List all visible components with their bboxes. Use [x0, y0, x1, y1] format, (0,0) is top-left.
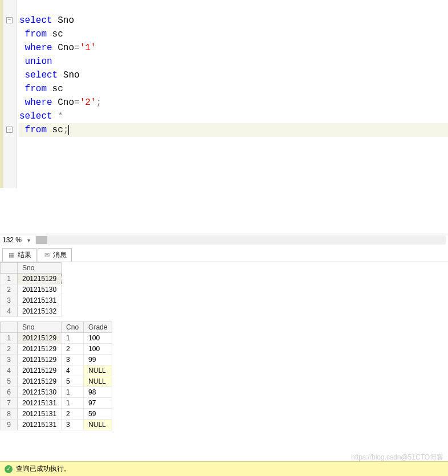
status-bar: ✓ 查询已成功执行。	[0, 461, 448, 476]
table-cell[interactable]: NULL	[84, 365, 112, 376]
column-header[interactable]: Grade	[84, 322, 112, 333]
zoom-toolbar: 132 % ▾	[0, 234, 448, 246]
table-cell[interactable]: 201215130	[18, 387, 62, 398]
code-line[interactable]: from sc;	[19, 123, 448, 137]
table-row[interactable]: 92012151313NULL	[1, 420, 112, 430]
table-cell[interactable]: 201215131	[18, 409, 62, 420]
table-cell[interactable]: 99	[84, 355, 112, 365]
row-number[interactable]: 7	[1, 398, 18, 409]
grid-icon: ▦	[7, 251, 15, 259]
table-row[interactable]: 1201215129	[1, 274, 62, 284]
sql-editor[interactable]: −− select Sno from sc where Cno='1' unio…	[0, 0, 448, 188]
row-number[interactable]: 2	[1, 344, 18, 355]
table-cell[interactable]: 5	[62, 376, 84, 387]
row-number[interactable]: 3	[1, 295, 18, 306]
zoom-level[interactable]: 132 %	[2, 236, 22, 244]
tab-messages[interactable]: ✉ 消息	[38, 248, 72, 262]
row-number[interactable]: 8	[1, 409, 18, 420]
table-cell[interactable]: 98	[84, 387, 112, 398]
row-number[interactable]: 2	[1, 284, 18, 295]
editor-gutter: −−	[0, 0, 17, 188]
horizontal-scrollbar[interactable]	[35, 235, 446, 245]
table-row[interactable]: 12012151291100	[1, 333, 112, 344]
code-line[interactable]: from sc	[19, 82, 448, 96]
fold-toggle[interactable]: −	[6, 17, 13, 23]
results-tabs: ▦ 结果 ✉ 消息	[0, 246, 448, 262]
table-cell[interactable]: 201215130	[18, 284, 62, 295]
status-text: 查询已成功执行。	[16, 464, 71, 474]
table-cell[interactable]: 2	[62, 344, 84, 355]
table-row[interactable]: 3201215131	[1, 295, 62, 306]
table-cell[interactable]: 1	[62, 398, 84, 409]
row-number[interactable]: 3	[1, 355, 18, 365]
row-number[interactable]: 1	[1, 274, 18, 284]
table-cell[interactable]: 201215132	[18, 306, 62, 317]
code-area[interactable]: select Sno from sc where Cno='1' union s…	[17, 0, 448, 188]
code-line[interactable]: where Cno='1'	[19, 41, 448, 55]
tab-results[interactable]: ▦ 结果	[2, 248, 36, 262]
row-number[interactable]: 6	[1, 387, 18, 398]
table-cell[interactable]: 201215129	[18, 376, 62, 387]
table-cell[interactable]: 2	[62, 409, 84, 420]
table-cell[interactable]: NULL	[84, 376, 112, 387]
table-cell[interactable]: 3	[62, 420, 84, 430]
table-cell[interactable]: 201215129	[18, 355, 62, 365]
code-line[interactable]: from sc	[19, 27, 448, 41]
table-row[interactable]: 6201215130198	[1, 387, 112, 398]
tab-label: 结果	[18, 250, 31, 260]
table-cell[interactable]: 1	[62, 333, 84, 344]
table-row[interactable]: 42012151294NULL	[1, 365, 112, 376]
messages-icon: ✉	[43, 251, 51, 259]
table-row[interactable]: 2201215130	[1, 284, 62, 295]
table-cell[interactable]: 201215129	[18, 333, 62, 344]
table-cell[interactable]: 3	[62, 355, 84, 365]
table-row[interactable]: 8201215131259	[1, 409, 112, 420]
row-number[interactable]: 1	[1, 333, 18, 344]
table-row[interactable]: 7201215131197	[1, 398, 112, 409]
code-line[interactable]: union	[19, 55, 448, 68]
column-header[interactable]: Cno	[62, 322, 84, 333]
row-number[interactable]: 5	[1, 376, 18, 387]
table-cell[interactable]: 201215129	[18, 344, 62, 355]
column-header[interactable]: Sno	[18, 322, 62, 333]
results-grid-1[interactable]: Sno1201215129220121513032012151314201215…	[0, 262, 448, 317]
table-cell[interactable]: 100	[84, 333, 112, 344]
table-cell[interactable]: 4	[62, 365, 84, 376]
row-number[interactable]: 4	[1, 306, 18, 317]
row-number[interactable]: 9	[1, 420, 18, 430]
table-cell[interactable]: 201215131	[18, 295, 62, 306]
code-line[interactable]: where Cno='2';	[19, 96, 448, 109]
table-row[interactable]: 4201215132	[1, 306, 62, 317]
fold-toggle[interactable]: −	[6, 127, 13, 133]
table-cell[interactable]: 59	[84, 409, 112, 420]
code-line[interactable]	[19, 0, 448, 14]
table-cell[interactable]: 201215131	[18, 398, 62, 409]
success-icon: ✓	[5, 465, 13, 473]
table-cell[interactable]: 100	[84, 344, 112, 355]
table-cell[interactable]: 201215129	[18, 365, 62, 376]
tab-label: 消息	[53, 250, 67, 260]
column-header[interactable]: Sno	[18, 263, 62, 274]
table-cell[interactable]: 201215129	[18, 274, 62, 284]
table-cell[interactable]: 97	[84, 398, 112, 409]
code-line[interactable]: select Sno	[19, 14, 448, 27]
table-row[interactable]: 22012151292100	[1, 344, 112, 355]
row-number[interactable]: 4	[1, 365, 18, 376]
table-row[interactable]: 52012151295NULL	[1, 376, 112, 387]
table-cell[interactable]: 1	[62, 387, 84, 398]
table-cell[interactable]: 201215131	[18, 420, 62, 430]
code-line[interactable]: select Sno	[19, 68, 448, 82]
results-grid-2[interactable]: SnoCnoGrade12012151291100220121512921003…	[0, 322, 448, 430]
zoom-dropdown-icon[interactable]: ▾	[24, 237, 33, 243]
code-line[interactable]: select *	[19, 109, 448, 123]
table-row[interactable]: 3201215129399	[1, 355, 112, 365]
table-cell[interactable]: NULL	[84, 420, 112, 430]
